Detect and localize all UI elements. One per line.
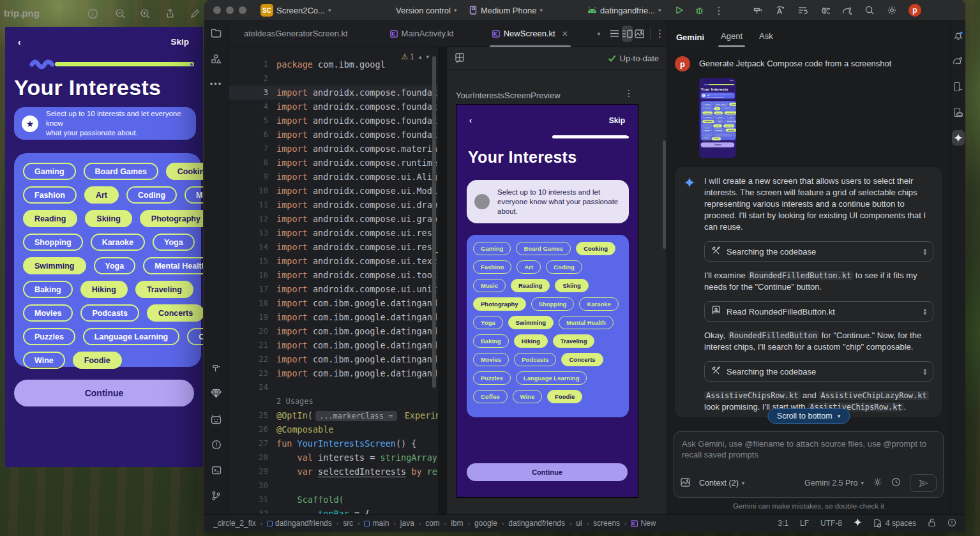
- debug-button[interactable]: [693, 4, 705, 16]
- breadcrumb-item[interactable]: ui: [576, 519, 582, 528]
- apply-code-changes-icon[interactable]: [797, 4, 808, 16]
- edit-pencil-icon[interactable]: [187, 6, 202, 21]
- tab-mainactivity[interactable]: MainActivity.kt: [384, 20, 460, 47]
- line-ending[interactable]: LF: [800, 519, 809, 528]
- tab-agent[interactable]: Agent: [721, 31, 743, 42]
- code-editor[interactable]: ⚠1 ▴ ▾ 1package com.ibm.googl23import an…: [229, 47, 438, 514]
- build-hammer-icon[interactable]: [752, 4, 764, 16]
- running-devices-icon[interactable]: [951, 107, 965, 117]
- caret-position[interactable]: 3:1: [778, 519, 788, 528]
- expand-collapse-icon[interactable]: ▴▾: [923, 308, 926, 315]
- inspections-widget[interactable]: ⚠1 ▴ ▾: [401, 52, 429, 61]
- breadcrumb-item[interactable]: ibm: [451, 519, 463, 528]
- breadcrumb-item[interactable]: google: [474, 519, 497, 528]
- project-tool-icon[interactable]: [204, 28, 228, 38]
- breadcrumb-item[interactable]: screens: [593, 519, 620, 528]
- preview-scrollbar[interactable]: [663, 140, 666, 249]
- code-view-icon[interactable]: [609, 26, 620, 42]
- next-problem-icon[interactable]: ▾: [426, 54, 429, 60]
- breadcrumb-item[interactable]: main: [364, 519, 389, 528]
- more-tool-windows-icon[interactable]: •••: [204, 79, 228, 89]
- build-tool-icon[interactable]: [204, 363, 228, 373]
- design-view-icon[interactable]: [634, 26, 645, 42]
- gemini-tool-icon[interactable]: [952, 130, 965, 145]
- breadcrumb-item[interactable]: com: [425, 519, 440, 528]
- git-branch-icon[interactable]: [204, 491, 228, 501]
- tab-dateideasgeneratorscreen[interactable]: ateldeasGeneratorScreen.kt: [229, 20, 354, 47]
- terminal-icon[interactable]: [204, 465, 228, 475]
- tool-step-searching-the-codebase[interactable]: Searching the codebase▴▾: [704, 361, 933, 382]
- indent-setting[interactable]: 4 spaces: [873, 519, 916, 528]
- breadcrumb-item[interactable]: New: [631, 519, 656, 528]
- breadcrumb-item[interactable]: datingandfriends: [508, 519, 565, 528]
- apply-changes-restart-icon[interactable]: [774, 4, 786, 16]
- breadcrumb-item[interactable]: datingandfriends: [267, 519, 332, 528]
- interest-chip: Art: [84, 186, 119, 204]
- notifications-bell-icon[interactable]: [951, 31, 965, 41]
- device-selector[interactable]: Medium Phone ▾: [469, 0, 543, 20]
- share-icon[interactable]: [162, 6, 177, 21]
- settings-gear-icon[interactable]: [886, 4, 898, 16]
- vcs-widget[interactable]: Version control ▾: [396, 0, 457, 20]
- info-icon[interactable]: [85, 6, 100, 21]
- more-actions-icon[interactable]: ⋮: [713, 4, 725, 16]
- model-dropdown[interactable]: Gemini 2.5 Pro ▾: [804, 479, 864, 488]
- breadcrumb-item[interactable]: java: [400, 519, 414, 528]
- app-insights-gem-icon[interactable]: [204, 389, 228, 398]
- attach-image-icon[interactable]: [681, 478, 690, 489]
- send-button[interactable]: [910, 474, 937, 492]
- history-clock-icon[interactable]: [891, 477, 901, 489]
- search-everywhere-icon[interactable]: [864, 4, 875, 16]
- compose-preview-phone[interactable]: ‹SkipYour InterestsSelect up to 10 inter…: [456, 104, 638, 498]
- editor-scrollbar[interactable]: [432, 56, 436, 388]
- gemini-sparkle-icon: [684, 177, 695, 409]
- gemini-status-sparkle-icon[interactable]: [854, 518, 862, 528]
- run-configuration[interactable]: datingandfrie... ▾: [587, 0, 661, 20]
- close-tab-icon[interactable]: ✕: [562, 29, 568, 38]
- editor-options-kebab-icon[interactable]: ⋮: [654, 26, 665, 42]
- user-avatar[interactable]: p: [908, 4, 921, 17]
- interest-chip: Board Games: [714, 103, 728, 106]
- tab-newscreen[interactable]: NewScreen.kt ✕: [486, 20, 575, 47]
- tool-step-read-roundedfilledbutton-kt[interactable]: Read RoundedFilledButton.kt▴▾: [704, 301, 933, 322]
- tab-ask[interactable]: Ask: [759, 31, 773, 42]
- readonly-lock-icon[interactable]: [928, 518, 936, 529]
- ui-check-grid-icon[interactable]: [455, 52, 465, 65]
- attached-screenshot-thumbnail[interactable]: ‹SkipYour Interests★Select up to 10 inte…: [699, 78, 736, 158]
- context-dropdown[interactable]: Context (2) ▾: [699, 479, 744, 488]
- prev-problem-icon[interactable]: ▴: [419, 54, 422, 60]
- continue-button[interactable]: Continue: [467, 463, 628, 481]
- breadcrumb-item[interactable]: src: [343, 519, 353, 528]
- logcat-icon[interactable]: [204, 414, 228, 424]
- gemini-settings-gear-icon[interactable]: [873, 477, 882, 489]
- expand-collapse-icon[interactable]: ▴▾: [923, 368, 926, 375]
- tool-step-searching-the-codebase[interactable]: Searching the codebase▴▾: [704, 241, 933, 262]
- attach-debugger-icon[interactable]: [819, 4, 831, 16]
- skip-button[interactable]: Skip: [609, 116, 625, 125]
- project-widget[interactable]: SC Screen2Co... ▾: [260, 0, 331, 20]
- breadcrumb-item[interactable]: _circle_2_fix: [213, 519, 256, 528]
- inspections-status-icon[interactable]: [947, 518, 956, 529]
- zoom-out-icon[interactable]: [112, 6, 128, 21]
- scroll-to-bottom-button[interactable]: Scroll to bottom ▾: [767, 408, 850, 424]
- file-encoding[interactable]: UTF-8: [820, 519, 842, 528]
- hidden-tabs-chevron-icon[interactable]: ▾: [598, 31, 601, 37]
- device-manager-icon[interactable]: [951, 82, 965, 92]
- editor-preview-splitter[interactable]: [438, 47, 447, 514]
- expand-collapse-icon[interactable]: ▴▾: [923, 248, 926, 255]
- close-window-button[interactable]: [213, 6, 221, 14]
- problems-icon[interactable]: [204, 440, 228, 450]
- gradle-sync-icon[interactable]: [841, 4, 853, 16]
- gradle-elephant-icon[interactable]: [951, 56, 965, 65]
- minimize-window-button[interactable]: [226, 6, 234, 14]
- breadcrumb[interactable]: _circle_2_fix›datingandfriends›src›main›…: [213, 519, 656, 528]
- zoom-window-button[interactable]: [239, 6, 246, 14]
- zoom-in-icon[interactable]: [137, 6, 153, 21]
- back-arrow-icon[interactable]: ‹: [469, 116, 472, 125]
- split-view-icon[interactable]: [622, 26, 633, 42]
- gemini-input-box[interactable]: Ask Gemini, use @filename to attach sour…: [674, 431, 944, 498]
- resource-manager-icon[interactable]: [204, 54, 228, 64]
- line-number: 9: [229, 170, 268, 184]
- preview-options-kebab-icon[interactable]: ⋮: [624, 88, 633, 98]
- run-button[interactable]: [674, 4, 685, 16]
